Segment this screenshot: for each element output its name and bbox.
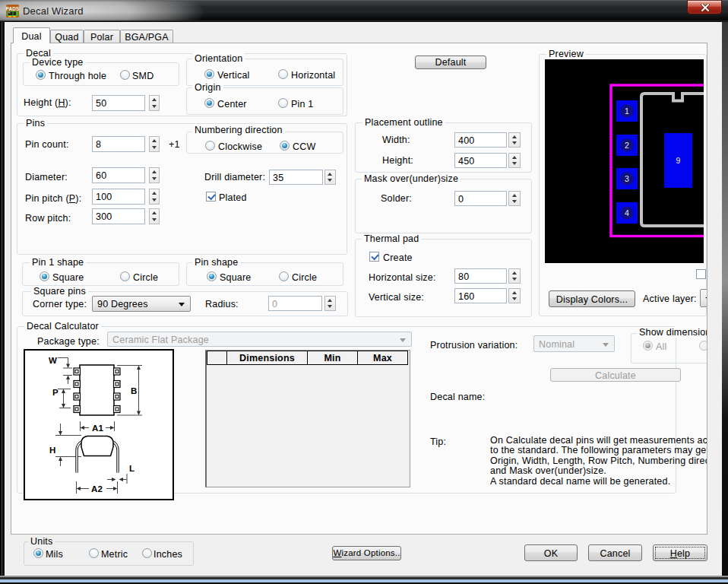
svg-text:2: 2 bbox=[625, 141, 629, 150]
svg-text:P: P bbox=[52, 388, 59, 397]
svg-text:1: 1 bbox=[625, 106, 629, 116]
svg-text:PADS: PADS bbox=[6, 6, 19, 11]
svg-text:9: 9 bbox=[676, 156, 680, 165]
svg-text:H: H bbox=[49, 446, 56, 455]
svg-text:A2: A2 bbox=[91, 484, 103, 494]
svg-text:4: 4 bbox=[625, 208, 629, 217]
svg-text:W: W bbox=[49, 356, 57, 365]
svg-text:A1: A1 bbox=[92, 424, 104, 433]
svg-text:L: L bbox=[129, 464, 135, 473]
svg-text:B: B bbox=[131, 386, 138, 395]
svg-text:3: 3 bbox=[625, 174, 629, 183]
